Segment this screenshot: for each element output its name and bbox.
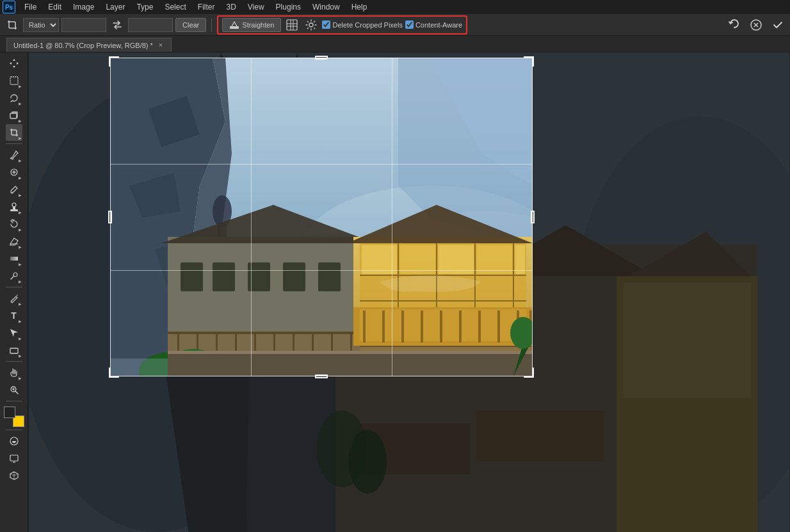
svg-rect-81 [312, 334, 314, 352]
left-toolbar-separator-4 [6, 401, 22, 401]
height-input[interactable] [128, 18, 173, 32]
svg-rect-67 [439, 245, 474, 274]
crop-region[interactable] [110, 58, 533, 376]
path-select-tool-button[interactable]: ▶ [6, 325, 22, 341]
ratio-select[interactable]: Ratio [23, 18, 59, 32]
main-layout: ▶ ▶ ▶ ▶ [0, 52, 790, 532]
crop-tool-icon[interactable] [4, 17, 20, 33]
crop-handle-top-mid[interactable] [315, 56, 328, 60]
toolbar-highlighted-section: Straighten Delete Cropped Pixels [217, 15, 467, 35]
crop-tool-button[interactable]: ▶ [6, 124, 22, 141]
history-brush-tool-button[interactable]: ▶ [6, 216, 22, 232]
shape-tool-button[interactable]: ▶ [6, 342, 22, 359]
svg-rect-97 [440, 310, 442, 343]
lasso-tool-button[interactable]: ▶ [6, 90, 22, 106]
menu-view[interactable]: View [243, 1, 270, 13]
delete-cropped-pixels-label[interactable]: Delete Cropped Pixels [322, 20, 402, 29]
hand-tool-button[interactable]: ▶ [6, 364, 22, 381]
3d-mode-button[interactable] [6, 467, 22, 484]
left-toolbar-separator-5 [6, 430, 22, 430]
zoom-tool-button[interactable] [6, 382, 22, 398]
document-tab[interactable]: Untitled-1 @ 80.7% (Crop Preview, RGB/8)… [6, 38, 172, 52]
crop-image [110, 58, 533, 376]
svg-rect-52 [181, 262, 203, 291]
content-aware-checkbox[interactable] [405, 20, 414, 29]
width-input[interactable] [61, 18, 106, 32]
left-toolbar-separator-3 [6, 361, 22, 362]
undo-button[interactable] [726, 17, 743, 33]
delete-cropped-pixels-checkbox[interactable] [322, 20, 330, 29]
crop-handle-bottom-right[interactable] [524, 367, 534, 378]
dim-left [28, 58, 110, 376]
crop-handle-mid-left[interactable] [108, 211, 112, 223]
menu-filter[interactable]: Filter [193, 1, 220, 13]
foreground-color-swatch[interactable] [4, 407, 15, 418]
cancel-crop-button[interactable] [748, 17, 764, 33]
heal-tool-button[interactable]: ▶ [6, 164, 22, 181]
menu-type[interactable]: Type [131, 1, 158, 13]
eyedropper-tool-button[interactable]: ▶ [6, 147, 22, 163]
svg-rect-54 [248, 262, 270, 291]
quick-mask-button[interactable] [6, 433, 22, 449]
svg-rect-65 [362, 245, 397, 274]
crop-handle-mid-right[interactable] [531, 211, 535, 223]
tab-bar: Untitled-1 @ 80.7% (Crop Preview, RGB/8)… [0, 36, 790, 52]
svg-line-25 [15, 391, 18, 394]
settings-icon[interactable] [303, 17, 319, 33]
svg-point-21 [13, 273, 17, 277]
dodge-tool-button[interactable]: ▶ [6, 268, 22, 284]
content-aware-label[interactable]: Content-Aware [405, 20, 462, 29]
left-toolbar-separator-1 [6, 143, 22, 144]
grid-overlay-icon[interactable] [284, 17, 300, 33]
svg-rect-17 [10, 209, 18, 211]
svg-rect-90 [168, 351, 533, 354]
tab-close-button[interactable]: × [157, 42, 165, 49]
screen-mode-button[interactable] [6, 450, 22, 467]
svg-rect-55 [283, 262, 305, 291]
svg-rect-20 [10, 257, 18, 261]
selection-tool-button[interactable]: ▶ [6, 72, 22, 89]
crop-handle-bottom-left[interactable] [109, 367, 119, 378]
stamp-tool-button[interactable]: ▶ [6, 198, 22, 215]
swap-dimensions-button[interactable] [109, 17, 125, 33]
svg-line-22 [11, 277, 13, 279]
pen-tool-button[interactable]: ▶ [6, 290, 22, 307]
svg-rect-96 [421, 310, 423, 343]
text-tool-button[interactable]: T ▶ [6, 307, 22, 324]
svg-rect-94 [382, 310, 385, 343]
dim-right [533, 58, 790, 376]
svg-point-6 [309, 23, 313, 27]
crop-handle-top-left[interactable] [109, 56, 119, 67]
menu-file[interactable]: File [19, 1, 42, 13]
clear-button[interactable]: Clear [175, 18, 206, 32]
move-tool-button[interactable] [6, 55, 22, 72]
menu-edit[interactable]: Edit [43, 1, 67, 13]
dim-bottom [28, 376, 790, 532]
left-toolbar: ▶ ▶ ▶ ▶ [0, 52, 28, 532]
menu-window[interactable]: Window [307, 1, 345, 13]
menu-image[interactable]: Image [68, 1, 99, 13]
svg-rect-23 [10, 348, 18, 353]
svg-point-16 [12, 203, 16, 207]
menu-select[interactable]: Select [159, 1, 191, 13]
svg-rect-66 [400, 245, 435, 274]
brush-tool-button[interactable]: ▶ [6, 181, 22, 198]
menu-help[interactable]: Help [346, 1, 373, 13]
svg-rect-1 [287, 20, 297, 30]
svg-rect-68 [477, 245, 512, 274]
svg-rect-18 [13, 207, 15, 209]
crop-handle-bottom-mid[interactable] [315, 375, 328, 378]
eraser-tool-button[interactable]: ▶ [6, 233, 22, 250]
crop-handle-top-right[interactable] [524, 56, 534, 67]
svg-rect-80 [293, 334, 294, 352]
gradient-tool-button[interactable]: ▶ [6, 250, 22, 267]
menu-3d[interactable]: 3D [221, 1, 241, 13]
confirm-crop-button[interactable] [770, 17, 786, 33]
menu-layer[interactable]: Layer [101, 1, 130, 13]
straighten-button[interactable]: Straighten [222, 18, 281, 32]
svg-rect-83 [350, 334, 352, 352]
menu-plugins[interactable]: Plugins [271, 1, 306, 13]
svg-rect-100 [497, 310, 500, 343]
object-select-tool-button[interactable]: ▶ [6, 107, 22, 124]
svg-rect-72 [168, 332, 360, 334]
